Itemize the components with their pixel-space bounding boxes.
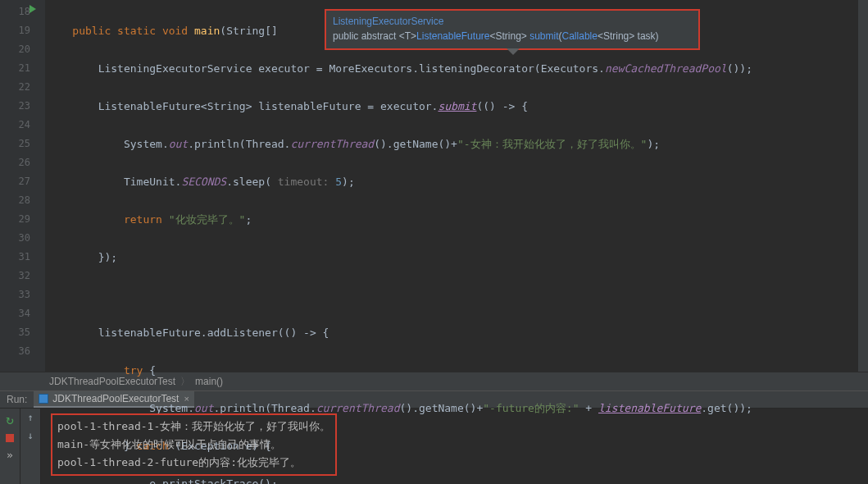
stop-icon[interactable] — [6, 434, 14, 442]
sig-part: <String> — [598, 30, 634, 42]
line-num: 35 — [0, 323, 30, 342]
line-num: 23 — [0, 97, 30, 116]
line-num: 30 — [0, 229, 30, 248]
line-num: 24 — [0, 116, 30, 135]
code: submit — [438, 100, 476, 112]
line-num: 27 — [0, 172, 30, 191]
sig-part: task) — [634, 30, 658, 42]
gutter: 18 19 20 21 22 23 24 25 26 27 28 29 30 3… — [0, 0, 45, 372]
code: ); — [342, 176, 355, 188]
code: System. — [124, 138, 169, 150]
code: ); — [647, 138, 660, 150]
vertical-scrollbar[interactable] — [858, 0, 868, 372]
sig-part: Callable — [562, 30, 598, 42]
sig-part: <T> — [399, 30, 416, 42]
tooltip-arrow-icon — [507, 48, 520, 55]
line-num: 34 — [0, 304, 30, 323]
code: newCachedThreadPool — [605, 62, 727, 75]
method: main — [188, 25, 220, 37]
run-label: Run: — [0, 394, 34, 405]
sig-part: <String> — [489, 30, 526, 42]
code: ().getName()+ — [374, 138, 457, 150]
code: (String[] — [220, 25, 284, 37]
more-icon[interactable]: » — [7, 449, 13, 461]
code: ()); — [727, 62, 752, 75]
rerun-icon[interactable]: ↻ — [6, 412, 14, 427]
code: .println(Thread. — [188, 138, 290, 150]
sig-part: ListenableFuture — [416, 30, 489, 42]
console-line: pool-1-thread-2-future的内容:化妆完毕了。 — [57, 454, 330, 472]
code: (() -> { — [476, 100, 528, 112]
code: SECONDS — [181, 176, 226, 188]
sig-part: public abstract — [333, 30, 399, 42]
code: { — [143, 364, 156, 377]
tooltip-signature: public abstract <T>ListenableFuture<Stri… — [333, 29, 692, 43]
code: out — [169, 138, 188, 150]
editor-area: 18 19 20 21 22 23 24 25 26 27 28 29 30 3… — [0, 0, 868, 372]
code: listenableFuture.addListener(() -> { — [98, 326, 329, 339]
line-num: 29 — [0, 210, 30, 229]
line-num: 36 — [0, 342, 30, 361]
console-output[interactable]: pool-1-thread-1-女神：我开始化妆了，好了我叫你。 main-等女… — [41, 409, 868, 484]
run-gutter-icon[interactable] — [30, 5, 36, 13]
line-num: 20 — [0, 40, 30, 59]
code: ListenableFuture<String> listenableFutur… — [98, 100, 439, 112]
code: }); — [98, 251, 117, 263]
run-toolbar-nav: ↑ ↓ — [20, 409, 41, 484]
line-num: 31 — [0, 248, 30, 267]
code-editor[interactable]: public static void main(String[] Listeni… — [45, 0, 868, 372]
line-num: 28 — [0, 191, 30, 210]
line-num: 33 — [0, 285, 30, 304]
code: .sleep( — [226, 176, 278, 188]
code: TimeUnit. — [124, 176, 181, 188]
line-num: 18 — [0, 2, 30, 21]
code: ListeningExecutorService executor = More… — [98, 62, 605, 75]
line-num: 22 — [0, 78, 30, 97]
console-line: main-等女神化妆的时候可以干点自己的事情。 — [57, 436, 330, 454]
code: ; — [245, 213, 252, 226]
arrow-up-icon[interactable]: ↑ — [27, 412, 33, 423]
line-num: 25 — [0, 135, 30, 153]
arrow-down-icon[interactable]: ↓ — [27, 430, 33, 441]
run-panel-body: ↻ » ↑ ↓ pool-1-thread-1-女神：我开始化妆了，好了我叫你。… — [0, 409, 868, 484]
line-num: 32 — [0, 267, 30, 285]
line-num: 19 — [0, 21, 30, 40]
console-line: pool-1-thread-1-女神：我开始化妆了，好了我叫你。 — [57, 418, 330, 436]
tooltip-class: ListeningExecutorService — [333, 14, 692, 29]
code: return — [124, 213, 169, 226]
line-num: 21 — [0, 59, 30, 78]
code: try — [124, 364, 143, 377]
code: 5 — [335, 176, 342, 188]
line-num: 26 — [0, 153, 30, 172]
console-highlight-box: pool-1-thread-1-女神：我开始化妆了，好了我叫你。 main-等女… — [51, 413, 337, 476]
code: timeout: — [278, 176, 335, 188]
kw: public static void — [72, 25, 188, 37]
parameter-info-tooltip: ListeningExecutorService public abstract… — [325, 9, 700, 50]
code: "-女神：我开始化妆了，好了我叫你。" — [457, 138, 647, 150]
run-toolbar-left: ↻ » — [0, 409, 20, 484]
sig-part: submit — [527, 30, 559, 42]
code: "化妆完毕了。" — [169, 213, 246, 226]
code: currentThread — [290, 138, 374, 150]
